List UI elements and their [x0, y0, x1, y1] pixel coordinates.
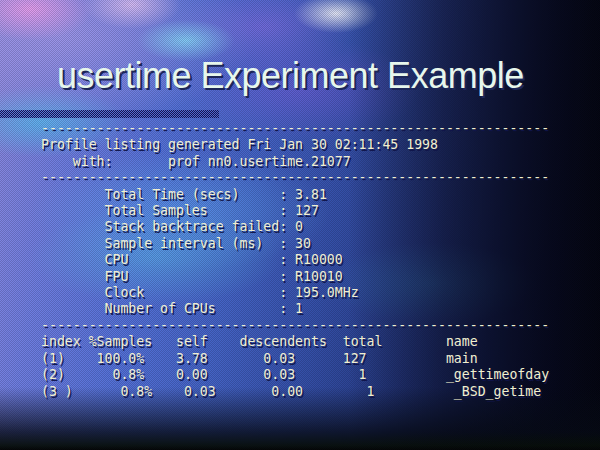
presentation-slide: usertime Experiment Example ------------… — [0, 0, 600, 450]
separator-line: ----------------------------------------… — [41, 318, 549, 334]
table-row-bsd-getime: (3 ) 0.8% 0.03 0.00 1 _BSD_getime — [41, 384, 549, 400]
separator-line: ----------------------------------------… — [41, 121, 549, 137]
stat-line-clock: Clock : 195.0MHz — [41, 285, 549, 301]
stat-line-total-time: Total Time (secs) : 3.81 — [41, 187, 549, 203]
table-row-main: (1) 100.0% 3.78 0.03 127 main — [41, 351, 549, 367]
stat-line-num-cpus: Number of CPUs : 1 — [41, 301, 549, 317]
profiler-listing: ----------------------------------------… — [41, 121, 549, 400]
stat-line-total-samples: Total Samples : 127 — [41, 203, 549, 219]
separator-line: ----------------------------------------… — [41, 170, 549, 186]
slide-title: usertime Experiment Example — [57, 58, 524, 94]
invocation-command-line: with: prof nn0.usertime.21077 — [41, 154, 549, 170]
table-row-gettimeofday: (2) 0.8% 0.00 0.03 1 _gettimeofday — [41, 367, 549, 383]
stat-line-stack-backtrace: Stack backtrace failed: 0 — [41, 219, 549, 235]
stat-line-fpu: FPU : R10010 — [41, 269, 549, 285]
generated-timestamp-line: Profile listing generated Fri Jan 30 02:… — [41, 137, 549, 153]
title-underline-bar — [0, 110, 219, 118]
table-header-line: index %Samples self descendents total na… — [41, 334, 549, 350]
stat-line-cpu: CPU : R10000 — [41, 252, 549, 268]
stat-line-sample-interval: Sample interval (ms) : 30 — [41, 236, 549, 252]
